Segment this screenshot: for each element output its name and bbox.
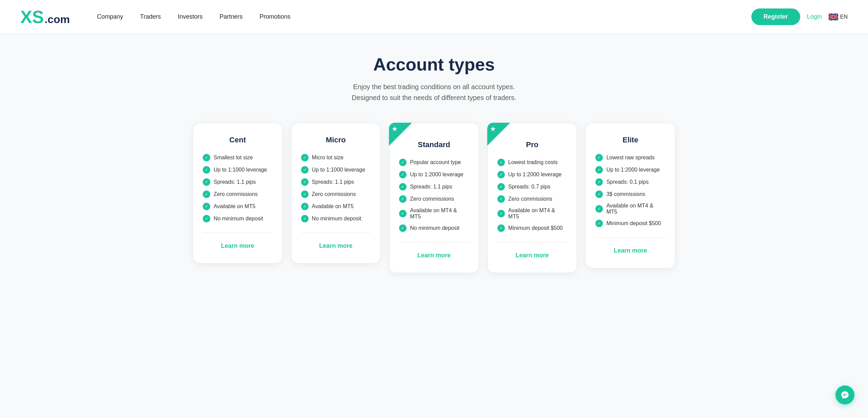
check-icon: ✓	[301, 191, 309, 198]
feature-text: No minimum deposit	[410, 225, 459, 231]
feature-text: 3$ commissions	[606, 191, 645, 197]
check-icon: ✓	[399, 159, 407, 166]
feature-text: Zero commissions	[312, 191, 356, 197]
learn-more-cent[interactable]: Learn more	[203, 240, 273, 252]
check-icon: ✓	[399, 183, 407, 191]
nav-right: Register Login EN	[751, 8, 848, 25]
nav-item-traders[interactable]: Traders	[133, 11, 167, 23]
card-standard: ★ Standard ✓ Popular account type ✓ Up t…	[390, 123, 478, 273]
feature-text: Available on MT5	[214, 203, 255, 210]
feature-text: Minimum deposit $500	[508, 225, 563, 231]
feature-text: Up to 1:1000 leverage	[312, 167, 365, 173]
learn-more-elite[interactable]: Learn more	[595, 244, 665, 257]
feature-text: Lowest trading costs	[508, 159, 558, 165]
feature-text: Spreads: 0.1 pips	[606, 179, 649, 185]
feature-item-micro-2: ✓ Spreads: 1.1 pips	[301, 178, 371, 186]
star-icon: ★	[490, 125, 496, 132]
feature-list-pro: ✓ Lowest trading costs ✓ Up to 1:2000 le…	[497, 159, 567, 232]
feature-item-elite-3: ✓ 3$ commissions	[595, 191, 665, 198]
feature-item-elite-1: ✓ Up to 1:2000 leverage	[595, 166, 665, 174]
check-icon: ✓	[497, 224, 505, 232]
learn-more-standard[interactable]: Learn more	[399, 249, 469, 262]
feature-item-standard-4: ✓ Available on MT4 & MT5	[399, 207, 469, 220]
learn-more-pro[interactable]: Learn more	[497, 249, 567, 262]
header: XS.com CompanyTradersInvestorsPartnersPr…	[0, 0, 868, 34]
check-icon: ✓	[399, 171, 407, 178]
feature-text: Up to 1:2000 leverage	[606, 167, 659, 173]
feature-text: No minimum deposit	[214, 216, 263, 222]
feature-item-standard-2: ✓ Spreads: 1.1 pips	[399, 183, 469, 191]
check-icon: ✓	[595, 205, 603, 213]
feature-text: Zero commissions	[410, 196, 454, 202]
feature-item-pro-2: ✓ Spreads: 0.7 pips	[497, 183, 567, 191]
feature-text: Smallest lot size	[214, 155, 253, 161]
nav-item-investors[interactable]: Investors	[171, 11, 209, 23]
feature-text: Spreads: 1.1 pips	[410, 184, 452, 190]
check-icon: ✓	[497, 210, 505, 217]
nav-item-company[interactable]: Company	[90, 11, 130, 23]
star-icon: ★	[392, 125, 398, 132]
check-icon: ✓	[595, 220, 603, 227]
logo[interactable]: XS.com	[20, 8, 70, 26]
feature-text: Available on MT4 & MT5	[410, 207, 469, 220]
feature-list-standard: ✓ Popular account type ✓ Up to 1:2000 le…	[399, 159, 469, 232]
flag-icon	[829, 14, 838, 20]
check-icon: ✓	[301, 178, 309, 186]
feature-item-micro-3: ✓ Zero commissions	[301, 191, 371, 198]
check-icon: ✓	[203, 166, 210, 174]
card-divider-elite	[595, 237, 665, 238]
check-icon: ✓	[301, 215, 309, 222]
nav-item-partners[interactable]: Partners	[213, 11, 250, 23]
check-icon: ✓	[595, 178, 603, 186]
feature-item-micro-1: ✓ Up to 1:1000 leverage	[301, 166, 371, 174]
feature-item-cent-1: ✓ Up to 1:1000 leverage	[203, 166, 273, 174]
feature-list-cent: ✓ Smallest lot size ✓ Up to 1:1000 lever…	[203, 154, 273, 222]
feature-text: Up to 1:1000 leverage	[214, 167, 267, 173]
check-icon: ✓	[301, 166, 309, 174]
check-icon: ✓	[497, 171, 505, 178]
feature-item-standard-5: ✓ No minimum deposit	[399, 224, 469, 232]
card-title-standard: Standard	[399, 140, 469, 149]
feature-text: Spreads: 1.1 pips	[312, 179, 354, 185]
nav-item-promotions[interactable]: Promotions	[253, 11, 297, 23]
check-icon: ✓	[301, 154, 309, 161]
card-title-pro: Pro	[497, 140, 567, 149]
feature-item-cent-5: ✓ No minimum deposit	[203, 215, 273, 222]
feature-text: Available on MT4 & MT5	[606, 203, 665, 215]
feature-item-standard-0: ✓ Popular account type	[399, 159, 469, 166]
card-divider-pro	[497, 242, 567, 242]
check-icon: ✓	[301, 203, 309, 210]
card-divider-cent	[203, 233, 273, 233]
cards-grid: Cent ✓ Smallest lot size ✓ Up to 1:1000 …	[193, 123, 675, 273]
feature-text: No minimum deposit	[312, 216, 361, 222]
login-button[interactable]: Login	[807, 13, 822, 20]
language-selector[interactable]: EN	[829, 14, 848, 20]
main-nav: CompanyTradersInvestorsPartnersPromotion…	[90, 11, 738, 23]
logo-dotcom: .com	[44, 13, 70, 26]
feature-item-cent-0: ✓ Smallest lot size	[203, 154, 273, 161]
check-icon: ✓	[399, 224, 407, 232]
card-title-micro: Micro	[301, 136, 371, 144]
check-icon: ✓	[497, 159, 505, 166]
register-button[interactable]: Register	[751, 8, 800, 25]
feature-item-micro-4: ✓ Available on MT5	[301, 203, 371, 210]
check-icon: ✓	[497, 195, 505, 203]
feature-text: Available on MT4 & MT5	[508, 207, 567, 220]
main-content: Account types Enjoy the best trading con…	[180, 34, 688, 300]
card-pro: ★ Pro ✓ Lowest trading costs ✓ Up to 1:2…	[488, 123, 577, 273]
feature-item-elite-5: ✓ Minimum deposit $500	[595, 220, 665, 227]
check-icon: ✓	[203, 191, 210, 198]
feature-item-micro-5: ✓ No minimum deposit	[301, 215, 371, 222]
feature-text: Up to 1:2000 leverage	[410, 172, 463, 178]
feature-item-pro-1: ✓ Up to 1:2000 leverage	[497, 171, 567, 178]
feature-item-pro-3: ✓ Zero commissions	[497, 195, 567, 203]
feature-text: Spreads: 1.1 pips	[214, 179, 256, 185]
feature-text: Up to 1:2000 leverage	[508, 172, 561, 178]
page-title: Account types	[193, 54, 675, 75]
feature-item-standard-1: ✓ Up to 1:2000 leverage	[399, 171, 469, 178]
card-divider-micro	[301, 233, 371, 233]
card-cent: Cent ✓ Smallest lot size ✓ Up to 1:1000 …	[193, 123, 282, 263]
feature-text: Popular account type	[410, 159, 461, 165]
feature-item-pro-4: ✓ Available on MT4 & MT5	[497, 207, 567, 220]
learn-more-micro[interactable]: Learn more	[301, 240, 371, 252]
